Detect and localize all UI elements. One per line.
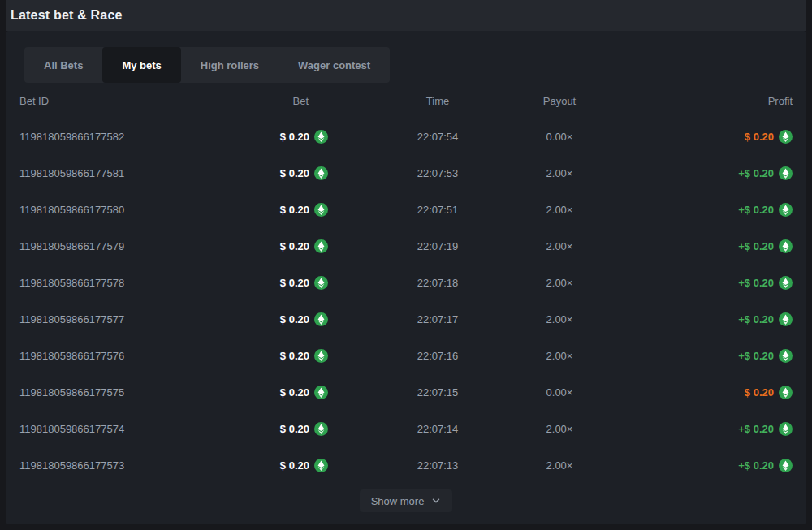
payout-cell: 2.00× — [515, 313, 604, 325]
table-row[interactable]: 119818059866177574$ 0.2022:07:142.00×+$ … — [19, 411, 793, 447]
profit-amount: $ 0.20 — [745, 131, 774, 143]
payout-cell: 2.00× — [515, 423, 604, 435]
bet-amount-cell: $ 0.20 — [247, 203, 328, 217]
tab-high-rollers[interactable]: High rollers — [181, 47, 279, 83]
profit-cell: +$ 0.20 — [604, 276, 793, 290]
eth-coin-icon — [779, 349, 793, 363]
bet-amount-cell: $ 0.20 — [247, 422, 328, 436]
time-cell: 22:07:19 — [361, 240, 515, 252]
section-header: Latest bet & Race — [6, 0, 806, 31]
profit-amount: +$ 0.20 — [738, 459, 774, 472]
table-body: 119818059866177582$ 0.2022:07:540.00×$ 0… — [19, 118, 793, 484]
profit-amount: +$ 0.20 — [738, 423, 774, 435]
profit-cell: $ 0.20 — [604, 386, 793, 399]
bet-amount: $ 0.20 — [280, 313, 309, 325]
bet-id-cell: 119818059866177578 — [19, 277, 247, 289]
table-row[interactable]: 119818059866177576$ 0.2022:07:162.00×+$ … — [19, 338, 793, 374]
payout-cell: 2.00× — [515, 240, 604, 252]
profit-cell: $ 0.20 — [604, 130, 793, 144]
profit-cell: +$ 0.20 — [604, 312, 793, 326]
eth-coin-icon — [779, 130, 793, 144]
table-row[interactable]: 119818059866177578$ 0.2022:07:182.00×+$ … — [19, 265, 793, 301]
eth-coin-icon — [314, 276, 328, 290]
column-header-bet-id: Bet ID — [19, 95, 247, 107]
bet-amount-cell: $ 0.20 — [247, 276, 328, 290]
column-header-bet: Bet — [247, 95, 328, 107]
bet-amount: $ 0.20 — [280, 459, 309, 472]
bet-amount: $ 0.20 — [280, 131, 309, 143]
time-cell: 22:07:18 — [361, 277, 515, 289]
eth-coin-icon — [779, 276, 793, 290]
profit-amount: +$ 0.20 — [738, 204, 774, 216]
show-more-button[interactable]: Show more — [360, 489, 453, 512]
show-more-label: Show more — [371, 495, 425, 507]
bet-amount: $ 0.20 — [280, 277, 309, 289]
table-row[interactable]: 119818059866177573$ 0.2022:07:132.00×+$ … — [19, 447, 793, 484]
time-cell: 22:07:16 — [361, 350, 515, 362]
profit-amount: +$ 0.20 — [738, 167, 774, 179]
bet-amount: $ 0.20 — [280, 167, 309, 179]
eth-coin-icon — [779, 386, 793, 399]
bet-id-cell: 119818059866177575 — [19, 386, 247, 399]
tab-wager-contest[interactable]: Wager contest — [279, 47, 390, 83]
table-row[interactable]: 119818059866177577$ 0.2022:07:172.00×+$ … — [19, 301, 793, 338]
bet-id-cell: 119818059866177573 — [19, 459, 247, 472]
eth-coin-icon — [779, 166, 793, 180]
eth-coin-icon — [314, 459, 328, 472]
bets-panel: All BetsMy betsHigh rollersWager contest… — [6, 31, 806, 524]
payout-cell: 2.00× — [515, 350, 604, 362]
payout-cell: 2.00× — [515, 204, 604, 216]
eth-coin-icon — [779, 312, 793, 326]
bet-id-cell: 119818059866177582 — [19, 131, 247, 143]
payout-cell: 2.00× — [515, 277, 604, 289]
bet-amount-cell: $ 0.20 — [247, 386, 328, 399]
table-row[interactable]: 119818059866177581$ 0.2022:07:532.00×+$ … — [19, 155, 793, 192]
time-cell: 22:07:51 — [361, 204, 515, 216]
payout-cell: 2.00× — [515, 459, 604, 472]
eth-coin-icon — [314, 239, 328, 253]
eth-coin-icon — [779, 239, 793, 253]
profit-amount: +$ 0.20 — [738, 240, 774, 252]
tab-my-bets[interactable]: My bets — [102, 47, 180, 83]
profit-cell: +$ 0.20 — [604, 239, 793, 253]
bet-id-cell: 119818059866177581 — [19, 167, 247, 179]
profit-amount: +$ 0.20 — [738, 350, 774, 362]
profit-amount: $ 0.20 — [745, 386, 774, 399]
tab-all-bets[interactable]: All Bets — [24, 47, 102, 83]
bet-amount-cell: $ 0.20 — [247, 239, 328, 253]
bet-amount: $ 0.20 — [280, 350, 309, 362]
bet-amount-cell: $ 0.20 — [247, 312, 328, 326]
bet-id-cell: 119818059866177577 — [19, 313, 247, 325]
bet-amount: $ 0.20 — [280, 204, 309, 216]
profit-cell: +$ 0.20 — [604, 203, 793, 217]
table-row[interactable]: 119818059866177579$ 0.2022:07:192.00×+$ … — [19, 228, 793, 265]
bet-amount: $ 0.20 — [280, 240, 309, 252]
table-row[interactable]: 119818059866177582$ 0.2022:07:540.00×$ 0… — [19, 118, 793, 155]
bet-amount: $ 0.20 — [280, 386, 309, 399]
eth-coin-icon — [779, 459, 793, 472]
eth-coin-icon — [779, 422, 793, 436]
page-title: Latest bet & Race — [11, 8, 123, 23]
bet-id-cell: 119818059866177580 — [19, 204, 247, 216]
eth-coin-icon — [314, 422, 328, 436]
chevron-down-icon — [431, 496, 441, 506]
time-cell: 22:07:17 — [361, 313, 515, 325]
table-header-row: Bet ID Bet Time Payout Profit — [19, 83, 793, 118]
bet-id-cell: 119818059866177574 — [19, 423, 247, 435]
payout-cell: 0.00× — [515, 386, 604, 399]
time-cell: 22:07:15 — [361, 386, 515, 399]
eth-coin-icon — [779, 203, 793, 217]
profit-amount: +$ 0.20 — [738, 277, 774, 289]
bet-id-cell: 119818059866177579 — [19, 240, 247, 252]
profit-cell: +$ 0.20 — [604, 459, 793, 472]
bet-amount-cell: $ 0.20 — [247, 459, 328, 472]
table-row[interactable]: 119818059866177575$ 0.2022:07:150.00×$ 0… — [19, 374, 793, 411]
bets-tab-bar: All BetsMy betsHigh rollersWager contest — [24, 47, 390, 83]
column-header-time: Time — [361, 95, 515, 107]
payout-cell: 2.00× — [515, 167, 604, 179]
bet-id-cell: 119818059866177576 — [19, 350, 247, 362]
table-row[interactable]: 119818059866177580$ 0.2022:07:512.00×+$ … — [19, 192, 793, 228]
time-cell: 22:07:14 — [361, 423, 515, 435]
profit-cell: +$ 0.20 — [604, 349, 793, 363]
eth-coin-icon — [314, 386, 328, 399]
